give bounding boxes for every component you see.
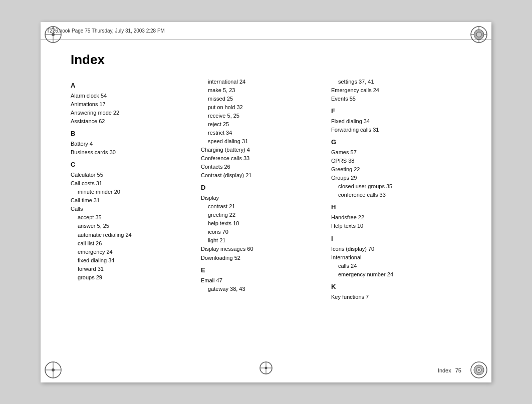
corner-decoration-tl — [43, 25, 63, 45]
index-entry: icons 70 — [201, 228, 324, 236]
section-letter-H: H — [331, 202, 454, 212]
index-entry: Assistance 62 — [71, 117, 193, 126]
index-entry: speed dialing 31 — [201, 137, 324, 146]
index-entry: receive 5, 25 — [201, 112, 324, 120]
index-entry: calls 24 — [331, 262, 454, 270]
page: T226.book Page 75 Thursday, July 31, 200… — [41, 22, 491, 382]
index-entry: conference calls 33 — [331, 191, 454, 199]
index-entry: Key functions 7 — [331, 293, 454, 301]
svg-point-15 — [52, 368, 55, 371]
footer-right: Index75 — [438, 367, 461, 373]
footer-page-number: 75 — [455, 367, 461, 373]
index-entry: gateway 38, 43 — [201, 285, 324, 293]
index-entry: Charging (battery) 4 — [201, 146, 324, 154]
index-entry: Battery 4 — [71, 140, 193, 148]
index-entry: settings 37, 41 — [331, 78, 454, 86]
index-entry: Emergency calls 24 — [331, 86, 454, 95]
index-entry: reject 25 — [201, 120, 324, 129]
section-letter-D: D — [201, 183, 324, 193]
index-entry: Conference calls 33 — [201, 154, 324, 163]
index-entry: Greeting 22 — [331, 165, 454, 174]
index-entry: Call time 31 — [71, 196, 193, 205]
header-text: T226.book Page 75 Thursday, July 31, 200… — [47, 28, 165, 34]
index-entry: call list 26 — [71, 239, 193, 248]
index-entry: minute minder 20 — [71, 188, 193, 196]
section-letter-C: C — [71, 160, 193, 170]
index-entry: put on hold 32 — [201, 103, 324, 112]
index-entry: International — [331, 253, 454, 262]
section-letter-A: A — [71, 81, 193, 91]
index-entry: Call costs 31 — [71, 179, 193, 188]
index-entry: Calls — [71, 205, 193, 213]
svg-point-11 — [476, 32, 481, 37]
index-entry: restrict 34 — [201, 129, 324, 137]
index-entry: Calculator 55 — [71, 171, 193, 179]
corner-decoration-br — [469, 360, 489, 380]
index-entry: Fixed dialing 34 — [331, 117, 454, 126]
index-entry: forward 31 — [71, 265, 193, 273]
index-entry: greeting 22 — [201, 211, 324, 219]
index-entry: answer 5, 25 — [71, 222, 193, 230]
index-entry: make 5, 23 — [201, 86, 324, 95]
page-title: Index — [71, 52, 461, 68]
index-entry: accept 35 — [71, 213, 193, 222]
index-entry: Contacts 26 — [201, 163, 324, 171]
index-columns: AAlarm clock 54Animations 17Answering mo… — [71, 78, 461, 352]
index-entry: help texts 10 — [201, 219, 324, 228]
index-entry: Business cards 30 — [71, 148, 193, 157]
section-letter-I: I — [331, 234, 454, 244]
section-letter-B: B — [71, 129, 193, 139]
header-bar: T226.book Page 75 Thursday, July 31, 200… — [41, 22, 491, 40]
index-entry: Display — [201, 194, 324, 202]
index-entry: contrast 21 — [201, 202, 324, 211]
index-entry: Handsfree 22 — [331, 213, 454, 222]
index-entry: Games 57 — [331, 148, 454, 157]
index-entry: Email 47 — [201, 276, 324, 285]
index-entry: Groups 29 — [331, 174, 454, 182]
index-entry: Alarm clock 54 — [71, 92, 193, 100]
index-entry: Display messages 60 — [201, 245, 324, 253]
index-entry: fixed dialing 34 — [71, 256, 193, 265]
index-entry: emergency number 24 — [331, 270, 454, 279]
footer-index-label: Index — [438, 367, 451, 373]
index-column-2: settings 37, 41Emergency calls 24Events … — [331, 78, 461, 352]
svg-point-23 — [265, 366, 268, 369]
index-entry: GPRS 38 — [331, 157, 454, 165]
index-entry: international 24 — [201, 78, 324, 86]
index-column-1: international 24make 5, 23missed 25put o… — [201, 78, 331, 352]
index-entry: light 21 — [201, 236, 324, 245]
index-column-0: AAlarm clock 54Animations 17Answering mo… — [71, 78, 201, 352]
index-entry: Downloading 52 — [201, 254, 324, 262]
index-entry: Answering mode 22 — [71, 109, 193, 117]
index-entry: groups 29 — [71, 273, 193, 282]
index-entry: Contrast (display) 21 — [201, 171, 324, 180]
content-area: Index AAlarm clock 54Animations 17Answer… — [71, 42, 461, 352]
index-entry: Icons (display) 70 — [331, 245, 454, 253]
index-entry: missed 25 — [201, 95, 324, 103]
index-entry: Animations 17 — [71, 100, 193, 109]
index-entry: Forwarding calls 31 — [331, 126, 454, 134]
bottom-center-mark — [258, 360, 274, 377]
section-letter-K: K — [331, 282, 454, 292]
index-entry: Events 55 — [331, 95, 454, 103]
corner-decoration-tr — [469, 25, 489, 45]
index-entry: Help texts 10 — [331, 222, 454, 230]
index-entry: closed user groups 35 — [331, 182, 454, 191]
section-letter-F: F — [331, 106, 454, 116]
section-letter-G: G — [331, 137, 454, 147]
index-entry: automatic redialing 24 — [71, 231, 193, 239]
svg-point-3 — [52, 33, 55, 36]
section-letter-E: E — [201, 265, 324, 275]
corner-decoration-bl — [43, 360, 63, 380]
index-entry: emergency 24 — [71, 248, 193, 256]
svg-point-19 — [478, 369, 480, 371]
